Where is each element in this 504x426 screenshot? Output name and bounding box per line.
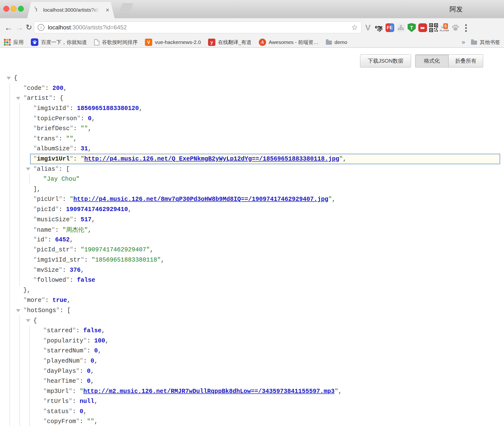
page-info-icon[interactable]: i [38, 24, 44, 31]
json-line: "musicSize": 517, [0, 214, 504, 225]
fe-icon[interactable]: FE [384, 18, 395, 37]
bookmarks-bar: 应用百度一下，你就知道谷歌按时间排序Vvue-hackernews-2.0y在线… [0, 37, 504, 48]
close-window-button[interactable] [3, 6, 9, 12]
json-link[interactable]: http://p4.music.126.net/8mv7qP30Pd3oHW8b… [73, 196, 328, 203]
video-speed-icon[interactable]: ▶▶ [417, 18, 428, 37]
page-content: 下载JSON数据 格式化 折叠所有 {"code": 200,"artist":… [0, 48, 504, 426]
json-line-text: "musicSize": 517, [0, 216, 95, 223]
collapse-arrow-icon[interactable] [26, 168, 30, 170]
json-line-text: "code": 200, [0, 85, 67, 92]
json-line: "picUrl": "http://p4.music.126.net/8mv7q… [0, 194, 504, 204]
json-line-text: }, [0, 287, 31, 294]
json-line: "playedNum": 0, [0, 356, 504, 366]
json-line-text: "picId_str": "19097417462929407", [0, 246, 153, 253]
bookmark-item[interactable]: 谷歌按时间排序 [94, 39, 138, 46]
tampermonkey-icon[interactable]: T [406, 18, 417, 37]
collapse-arrow-icon[interactable] [16, 309, 20, 312]
browser-tab[interactable]: localhost:3000/artists?id=645 × [27, 2, 115, 18]
awesomes-icon: A [259, 39, 266, 46]
bookmark-item[interactable]: demo [326, 39, 347, 45]
json-line: "popularity": 100, [0, 336, 504, 346]
json-line: }, [0, 285, 504, 295]
json-link[interactable]: http://m2.music.126.net/RMJR7wDullRqppBk… [83, 388, 335, 395]
paw-extension-icon[interactable] [450, 18, 461, 37]
collapse-arrow-icon[interactable] [16, 97, 20, 100]
bookmarks-overflow-icon[interactable]: » [462, 38, 465, 46]
json-line: "hotSongs": [ [0, 306, 504, 316]
json-line: "copyFrom": "", [0, 417, 504, 426]
json-line-text: "artist": { [0, 95, 63, 102]
json-line-text: "Jay Chou" [0, 176, 80, 183]
titlebar: localhost:3000/artists?id=645 × 阿发 [0, 0, 504, 18]
page-icon [94, 39, 99, 45]
collapse-arrow-icon[interactable] [26, 319, 30, 322]
html5-player-icon[interactable]: si5PLAYER [439, 18, 450, 37]
json-line-text: "mp3Url": "http://m2.music.126.net/RMJR7… [0, 388, 342, 395]
json-line: "status": 0, [0, 407, 504, 417]
new-tab-button[interactable] [119, 3, 133, 14]
other-bookmarks-folder[interactable]: 其他书签 [471, 39, 500, 46]
json-line: "starredNum": 0, [0, 346, 504, 356]
json-line-text: "starredNum": 0, [0, 347, 101, 354]
json-tree: {"code": 200,"artist": {"img1v1Id": 1856… [0, 73, 504, 426]
json-line: "rtUrls": null, [0, 396, 504, 407]
collapse-all-button[interactable]: 折叠所有 [449, 54, 483, 68]
json-line: "img1v1Id": 18569651883380120, [0, 103, 504, 114]
bookmark-item[interactable]: Vvue-hackernews-2.0 [145, 39, 201, 46]
download-json-button[interactable]: 下载JSON数据 [360, 54, 411, 68]
json-line-text: "dayPlays": 0, [0, 368, 94, 375]
chrome-menu-icon[interactable] [465, 23, 467, 33]
bookmark-item[interactable]: 百度一下，你就知道 [31, 38, 87, 46]
reload-button[interactable]: ↻ [26, 23, 32, 32]
sitemap-icon[interactable] [395, 18, 406, 37]
collapse-arrow-icon[interactable] [7, 77, 11, 80]
url-host: localhost [48, 24, 71, 31]
bookmark-item[interactable]: AAwesomes - 前端资… [259, 39, 319, 46]
back-button[interactable]: ← [4, 23, 13, 32]
youdao-icon: y [208, 39, 215, 46]
json-line-text: "picId": 19097417462929410, [0, 206, 132, 213]
json-line: "mvSize": 376, [0, 265, 504, 275]
browser-window: localhost:3000/artists?id=645 × 阿发 ← → ↻… [0, 0, 504, 426]
json-line-text: "picUrl": "http://p4.music.126.net/8mv7q… [0, 196, 336, 203]
json-line: "artist": { [0, 93, 504, 103]
bookmark-star-icon[interactable]: ☆ [351, 23, 358, 32]
json-line-text: "name": "周杰伦", [0, 226, 92, 234]
url-text: localhost:3000/artists?id=6452 [48, 24, 127, 31]
json-line-text: "popularity": 100, [0, 337, 109, 344]
json-line-text: "copyFrom": "", [0, 418, 98, 425]
bookmark-item[interactable]: 应用 [4, 39, 24, 46]
bookmark-label: 谷歌按时间排序 [102, 39, 138, 46]
tab-title-fade [91, 5, 103, 16]
address-bar[interactable]: i localhost:3000/artists?id=6452 ☆ [34, 22, 361, 33]
json-line-text: "img1v1Id": 18569651883380120, [0, 105, 143, 112]
profile-name[interactable]: 阿发 [450, 5, 463, 14]
json-line-text: "hearTime": 0, [0, 378, 94, 385]
vue-devtools-icon[interactable]: V [362, 18, 373, 37]
bookmark-item[interactable]: y在线翻译_有道 [208, 39, 252, 46]
zoom-window-button[interactable] [18, 6, 24, 12]
json-line-text: "img1v1Id_str": "18569651883380118", [0, 256, 164, 264]
json-line-text: "topicPerson": 0, [0, 115, 95, 122]
json-line: "albumSize": 31, [0, 144, 504, 154]
tab-close-icon[interactable]: × [106, 6, 109, 14]
bookmark-label: 应用 [13, 39, 24, 46]
bookmark-label: 百度一下，你就知道 [41, 39, 87, 46]
json-line-text: "more": true, [0, 297, 71, 304]
json-line: "dayPlays": 0, [0, 366, 504, 376]
json-line: "name": "周杰伦", [0, 225, 504, 235]
translate-icon[interactable]: ⇄英en [373, 18, 384, 37]
json-line-text: "mvSize": 376, [0, 267, 84, 274]
format-button[interactable]: 格式化 [415, 54, 449, 68]
toolbar: ← → ↻ i localhost:3000/artists?id=6452 ☆… [0, 18, 504, 37]
json-link[interactable]: http://p4.music.126.net/Q_ExePNkmgB2yWyL… [84, 155, 339, 162]
folder-icon [471, 41, 477, 45]
json-line-text: { [0, 317, 37, 324]
json-line: "picId_str": "19097417462929407", [0, 245, 504, 255]
json-line: "code": 200, [0, 83, 504, 94]
json-line: "followed": false [0, 275, 504, 285]
minimize-window-button[interactable] [11, 6, 17, 12]
qrcode-icon[interactable] [428, 18, 439, 37]
json-line-text: "followed": false [0, 277, 95, 284]
json-line-text: ], [0, 186, 41, 193]
